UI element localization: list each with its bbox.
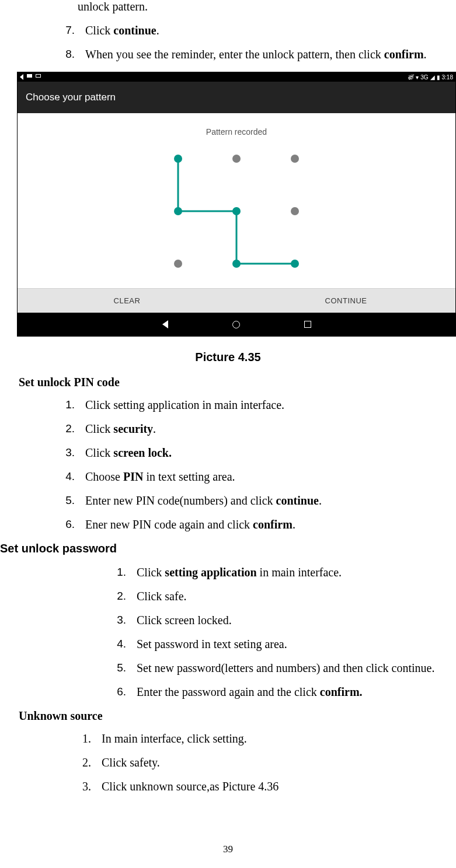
text: . — [319, 494, 322, 507]
continue-button[interactable]: CONTINUE — [236, 289, 455, 313]
pattern-dot[interactable] — [291, 155, 299, 163]
list-item: 1. Click setting application in main int… — [51, 398, 456, 412]
text-bold: setting application — [165, 566, 256, 579]
list-item: 3. Click screen lock. — [51, 446, 456, 460]
wifi-icon: ▾ — [416, 74, 419, 80]
pattern-dot[interactable] — [174, 155, 182, 163]
list-body: Click security. — [85, 422, 456, 436]
list-item: 7. Click continue. — [0, 24, 456, 37]
list-number: 6. — [103, 685, 126, 699]
list-body: Click setting application in main interf… — [85, 398, 456, 412]
clock: 3:18 — [442, 74, 453, 80]
back-arrow-icon — [20, 74, 23, 80]
list-number: 2. — [103, 590, 126, 603]
list-body: Click screen lock. — [85, 446, 456, 460]
text-fragment: unlock pattern. — [78, 0, 456, 13]
list-body: Click safe. — [137, 590, 456, 603]
text-bold: continue — [113, 24, 156, 37]
figure-caption: Picture 4.35 — [0, 351, 456, 364]
list-number: 8. — [51, 48, 75, 61]
clear-button[interactable]: CLEAR — [18, 289, 236, 313]
bluetooth-icon: ༗ — [408, 74, 414, 80]
heading-pin: Set unlock PIN code — [19, 376, 456, 389]
list-body: Set new password(letters and numbers) an… — [137, 662, 456, 675]
list-body: Click continue. — [85, 24, 456, 37]
text: When you see the reminder, enter the unl… — [85, 48, 384, 61]
text: Click — [85, 446, 113, 459]
mail-icon — [27, 74, 32, 78]
text: . — [293, 518, 295, 531]
list-number: 6. — [51, 518, 75, 531]
list-number: 2. — [68, 756, 91, 769]
list-number: 1. — [51, 398, 75, 412]
nav-back-icon[interactable] — [162, 320, 168, 328]
text-bold: continue — [276, 494, 319, 507]
text-bold: confirm — [253, 518, 293, 531]
list-body: When you see the reminder, enter the unl… — [85, 48, 456, 61]
list-item: 4. Set password in text seting area. — [0, 638, 456, 651]
list-number: 2. — [51, 422, 75, 436]
status-right: ༗ ▾ 3G ◢ ▮ 3:18 — [408, 74, 453, 80]
text: Choose — [85, 470, 123, 483]
battery-icon: ▮ — [437, 74, 440, 80]
android-nav-bar — [18, 313, 455, 336]
list-number: 5. — [103, 662, 126, 675]
list-body: Click setting application in main interf… — [137, 566, 456, 579]
text: Click — [137, 566, 165, 579]
text-bold: security — [113, 422, 153, 435]
list-body: Ener new PIN code again and click confir… — [85, 518, 456, 531]
screenshot-figure: ༗ ▾ 3G ◢ ▮ 3:18 Choose your pattern Patt… — [17, 72, 456, 337]
list-body: Click safety. — [102, 756, 456, 769]
text: in text setting area. — [143, 470, 235, 483]
list-item: 6. Ener new PIN code again and click con… — [51, 518, 456, 531]
page-number: 39 — [0, 844, 456, 855]
pattern-dot[interactable] — [232, 260, 241, 268]
list-item: 5. Enter new PIN code(numbers) and click… — [51, 494, 456, 508]
text: . — [153, 422, 156, 435]
list-item: 8. When you see the reminder, enter the … — [0, 48, 456, 61]
list-number: 5. — [51, 494, 75, 508]
text-bold: screen lock. — [113, 446, 172, 459]
heading-unknown: Unknown source — [19, 709, 456, 723]
text: Enter new PIN code(numbers) and click — [85, 494, 276, 507]
list-item: 1. In main interface, click setting. — [0, 732, 456, 746]
list-body: Set password in text seting area. — [137, 638, 456, 651]
status-bar: ༗ ▾ 3G ◢ ▮ 3:18 — [18, 72, 455, 82]
pattern-dot[interactable] — [291, 260, 299, 268]
list-number: 7. — [51, 24, 75, 37]
nav-home-icon[interactable] — [232, 321, 240, 328]
list-body: In main interface, click setting. — [102, 732, 456, 746]
signal-icon: ◢ — [430, 74, 435, 80]
list-item: 1. Click setting application in main int… — [0, 566, 456, 579]
list-body: Click screen locked. — [137, 614, 456, 627]
text: Enter the password again and the click — [137, 685, 320, 698]
list-number: 1. — [103, 566, 126, 579]
list-number: 4. — [103, 638, 126, 651]
pattern-area: Pattern recorded — [18, 113, 455, 288]
pattern-dot[interactable] — [232, 207, 241, 215]
pattern-dot[interactable] — [232, 155, 241, 163]
pattern-dot[interactable] — [174, 260, 182, 268]
list-number: 3. — [51, 446, 75, 460]
text: . — [156, 24, 159, 37]
list-item: 4. Choose PIN in text setting area. — [51, 470, 456, 484]
network-label: 3G — [420, 74, 428, 80]
list-item: 3. Click unknown source,as Picture 4.36 — [0, 780, 456, 793]
heading-password: Set unlock password — [0, 542, 456, 555]
pattern-dot[interactable] — [174, 207, 182, 215]
screen-title: Choose your pattern — [18, 82, 455, 113]
text: in main interface. — [257, 566, 342, 579]
nav-recent-icon[interactable] — [304, 321, 311, 328]
pattern-dot[interactable] — [291, 207, 299, 215]
button-row: CLEAR CONTINUE — [18, 288, 455, 313]
list-number: 3. — [68, 780, 91, 793]
status-left — [20, 74, 41, 80]
list-item: 3. Click screen locked. — [0, 614, 456, 627]
list-item: 2. Click security. — [51, 422, 456, 436]
list-number: 1. — [68, 732, 91, 746]
pattern-grid[interactable] — [155, 147, 318, 275]
list-body: Click unknown source,as Picture 4.36 — [102, 780, 456, 793]
list-body: Choose PIN in text setting area. — [85, 470, 456, 484]
text: Click — [85, 422, 113, 435]
text: Click — [85, 24, 113, 37]
